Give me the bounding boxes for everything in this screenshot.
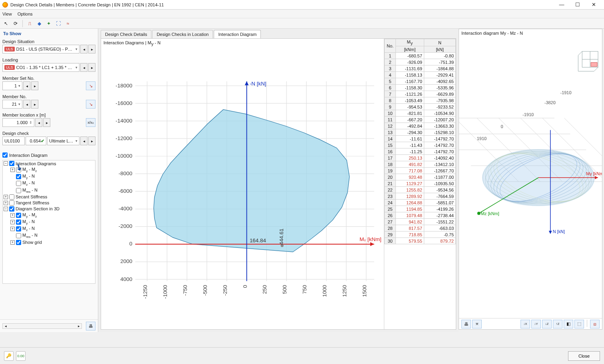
tree-chk[interactable] bbox=[16, 233, 21, 238]
tab-interaction-diagram[interactable]: Interaction Diagram bbox=[214, 30, 261, 38]
tab-design-checks-in-location[interactable]: Design Checks in Location bbox=[152, 30, 213, 38]
table-row[interactable]: 211129.27-10935.50 bbox=[385, 180, 456, 187]
scroll-right-icon[interactable]: ▸ bbox=[76, 324, 81, 328]
member-no-combo[interactable]: 21 ▾ bbox=[2, 100, 22, 109]
member-set-combo[interactable]: 1 ▾ bbox=[2, 81, 22, 90]
toolbar-tool-5-icon[interactable]: ≈ bbox=[64, 20, 72, 28]
tree-chk[interactable] bbox=[9, 206, 14, 212]
tree-expand-icon[interactable]: + bbox=[4, 195, 8, 199]
tree-expand-icon[interactable]: + bbox=[10, 240, 15, 245]
interaction-diagram-checkbox[interactable] bbox=[2, 152, 8, 158]
table-row[interactable]: 2-926.09-751.39 bbox=[385, 59, 456, 65]
loading-next-button[interactable]: ▸ bbox=[88, 63, 95, 72]
table-row[interactable]: 14-11.61-14792.70 bbox=[385, 136, 456, 142]
maximize-button[interactable]: ☐ bbox=[570, 2, 586, 8]
toolbar-select-icon[interactable]: ↖ bbox=[2, 20, 10, 28]
close-window-button[interactable]: ✕ bbox=[586, 2, 602, 8]
table-row[interactable]: 20920.48-11877.00 bbox=[385, 174, 456, 180]
table-row[interactable]: 27941.82-1551.22 bbox=[385, 219, 456, 225]
view-iso-button[interactable]: ◧ bbox=[564, 320, 573, 328]
table-row[interactable]: 13-294.30-15298.10 bbox=[385, 129, 456, 136]
table-row[interactable]: 11-667.20-12007.20 bbox=[385, 117, 456, 123]
table-row[interactable]: 19717.08-12667.70 bbox=[385, 168, 456, 174]
design-situation-combo[interactable]: ULS DS1 - ULS (STR/GEO) - Perma… ▾ bbox=[2, 45, 79, 53]
toolbar-tool-2-icon[interactable]: ◆ bbox=[35, 20, 44, 28]
table-row[interactable]: 15-11.43-14792.70 bbox=[385, 142, 456, 148]
table-row[interactable]: 221255.82-9534.56 bbox=[385, 187, 456, 193]
member-loc-next-button[interactable]: ▸ bbox=[43, 118, 50, 127]
member-location-input[interactable]: 1.000 ⇕ bbox=[2, 118, 34, 127]
tree-chk[interactable] bbox=[9, 161, 14, 166]
table-row[interactable]: 28817.57-663.03 bbox=[385, 225, 456, 231]
scroll-left-icon[interactable]: ◂ bbox=[3, 324, 8, 328]
tree-chk[interactable] bbox=[16, 240, 21, 245]
tree-expand-icon[interactable]: + bbox=[10, 213, 15, 218]
table-row[interactable]: 29718.85-0.75 bbox=[385, 231, 456, 238]
design-situation-next-button[interactable]: ▸ bbox=[88, 45, 95, 53]
member-set-next-button[interactable]: ▸ bbox=[31, 81, 38, 90]
design-situation-prev-button[interactable]: ◂ bbox=[80, 45, 87, 53]
tree-expand-icon[interactable]: + bbox=[4, 201, 8, 205]
member-no-next-button[interactable]: ▸ bbox=[31, 100, 38, 109]
tree-chk[interactable] bbox=[16, 174, 21, 179]
design-check-code-combo[interactable]: UL0100 bbox=[2, 136, 25, 145]
interaction-chart[interactable]: -18000-16000-14000-12000-10000-8000-6000… bbox=[101, 48, 384, 329]
table-row[interactable]: 16-11.25-14792.70 bbox=[385, 148, 456, 155]
view-reset-button[interactable]: ⦻ bbox=[590, 320, 600, 328]
3d-interaction-surface[interactable]: -1910-3820-191001910My [kNm]Mz [kNm]N [k… bbox=[459, 37, 602, 318]
tree-chk[interactable] bbox=[16, 181, 21, 186]
design-check-prev-button[interactable]: ◂ bbox=[80, 136, 87, 145]
tree-collapse-icon[interactable]: − bbox=[4, 161, 8, 166]
loading-combo[interactable]: ULS CO1 - 1.35 * LC1 + 1.35 * LC… ▾ bbox=[2, 63, 79, 72]
view-xy-button[interactable]: ↓X bbox=[521, 320, 530, 328]
design-check-next-button[interactable]: ▸ bbox=[88, 136, 95, 145]
toolbar-tool-3-icon[interactable]: ✦ bbox=[44, 20, 53, 28]
toolbar-rotate-icon[interactable]: ⟳ bbox=[11, 20, 20, 28]
diagram-tree[interactable]: −Interaction Diagrams +My - Mz My - N Mz… bbox=[2, 160, 95, 284]
view-cube-button[interactable]: ⬚ bbox=[574, 320, 584, 328]
toolbar-tool-1-icon[interactable]: ⎍ bbox=[25, 20, 34, 28]
tree-chk[interactable] bbox=[16, 226, 21, 231]
tree-chk[interactable] bbox=[16, 188, 21, 193]
table-row[interactable]: 3-1131.69-1864.88 bbox=[385, 65, 456, 72]
precision-button[interactable]: 0.00 bbox=[16, 351, 26, 361]
member-no-pick-button[interactable]: ↘ bbox=[86, 100, 95, 109]
member-set-prev-button[interactable]: ◂ bbox=[23, 81, 30, 90]
table-row[interactable]: 12-492.84-13663.30 bbox=[385, 123, 456, 129]
menu-options[interactable]: Options bbox=[18, 12, 33, 16]
right-axes-button[interactable]: ⤧ bbox=[472, 320, 482, 328]
tree-expand-icon[interactable]: + bbox=[10, 227, 15, 231]
table-row[interactable]: 9-954.53-9233.52 bbox=[385, 104, 456, 110]
interaction-diagram-checkbox-row[interactable]: Interaction Diagram bbox=[2, 152, 95, 158]
table-row[interactable]: 17250.13-14092.40 bbox=[385, 155, 456, 161]
close-button[interactable]: Close bbox=[568, 351, 600, 361]
table-row[interactable]: 4-1158.13-2929.41 bbox=[385, 72, 456, 78]
tree-chk[interactable] bbox=[16, 167, 21, 172]
minimize-button[interactable]: — bbox=[554, 2, 570, 8]
table-row[interactable]: 261079.48-2738.44 bbox=[385, 212, 456, 219]
toolbar-tool-4-icon[interactable]: ⛶ bbox=[54, 20, 63, 28]
menu-view[interactable]: View bbox=[2, 12, 12, 16]
design-check-name-combo[interactable]: Ultimate Li… ▾ bbox=[47, 136, 79, 145]
data-table[interactable]: No. My N [kNm] [kN] 1-680.57-0.802-926.0… bbox=[384, 39, 456, 329]
print-button[interactable]: 🖶 bbox=[86, 322, 95, 330]
help-button[interactable]: 🔑 bbox=[4, 351, 14, 361]
tree-chk[interactable] bbox=[9, 194, 14, 200]
table-row[interactable]: 251194.85-4199.26 bbox=[385, 206, 456, 212]
tree-chk[interactable] bbox=[16, 220, 21, 225]
table-row[interactable]: 1-680.57-0.80 bbox=[385, 53, 456, 59]
tree-chk[interactable] bbox=[16, 213, 21, 218]
member-no-prev-button[interactable]: ◂ bbox=[23, 100, 30, 109]
loading-prev-button[interactable]: ◂ bbox=[80, 63, 87, 72]
member-loc-prev-button[interactable]: ◂ bbox=[35, 118, 42, 127]
tree-expand-icon[interactable]: + bbox=[10, 220, 15, 224]
view-flip-button[interactable]: ↑Z bbox=[553, 320, 562, 328]
table-row[interactable]: 30579.55879.72 bbox=[385, 238, 456, 244]
table-row[interactable]: 7-1121.26-6629.89 bbox=[385, 91, 456, 97]
view-xz-button[interactable]: ↓Z bbox=[542, 320, 552, 328]
design-check-ratio-combo[interactable]: 0.654 ✔ bbox=[26, 136, 46, 145]
tree-collapse-icon[interactable]: − bbox=[4, 207, 8, 211]
table-row[interactable]: 5-1167.70-4092.65 bbox=[385, 78, 456, 85]
table-row[interactable]: 241264.88-5851.07 bbox=[385, 200, 456, 206]
left-scrollbar[interactable]: ◂ ▸ bbox=[2, 323, 82, 329]
